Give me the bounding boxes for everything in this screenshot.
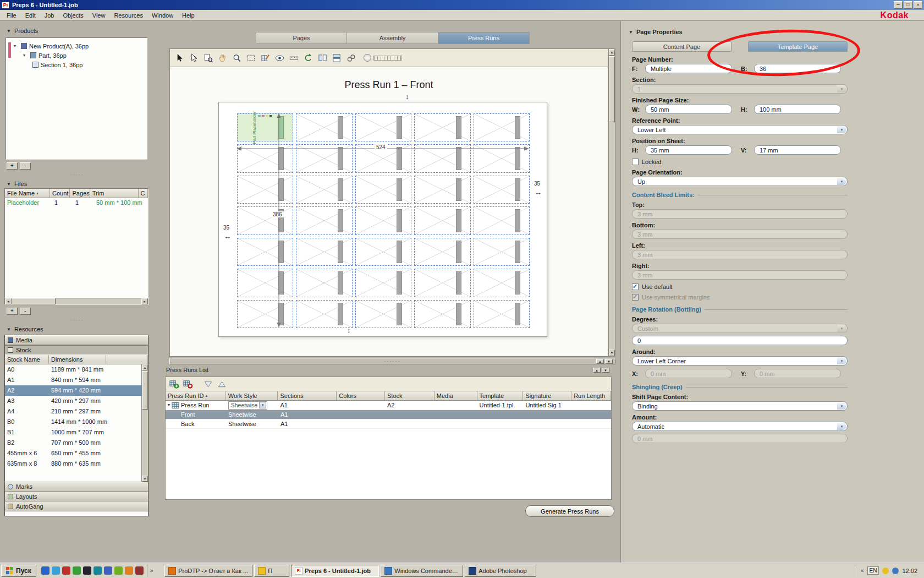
files-column-header[interactable]: File Name▴ bbox=[5, 189, 50, 198]
page-cell[interactable] bbox=[474, 176, 530, 204]
page-cell[interactable] bbox=[296, 176, 352, 204]
taskbar-task[interactable]: Adobe Photoshop bbox=[465, 565, 536, 577]
press-run-sheet-row[interactable]: BackSheetwiseA1 bbox=[166, 419, 611, 429]
page-cell[interactable] bbox=[414, 300, 470, 328]
stock-row[interactable]: A1840 mm * 594 mm bbox=[5, 375, 148, 385]
scrollbar-thumb[interactable] bbox=[609, 56, 615, 122]
page-cell[interactable] bbox=[414, 206, 470, 235]
files-horizontal-scrollbar[interactable]: ◄ ► bbox=[5, 298, 148, 304]
reference-point-select[interactable]: Lower Left ▼ bbox=[632, 125, 848, 134]
height-input[interactable]: 100 mm bbox=[754, 105, 841, 114]
tab-pages[interactable]: Pages bbox=[256, 32, 347, 44]
menu-objects[interactable]: Objects bbox=[58, 10, 87, 20]
stock-name-column-header[interactable]: Stock Name bbox=[5, 355, 49, 364]
minimize-button[interactable]: ─ bbox=[894, 1, 903, 9]
tree-item[interactable]: ▾Part, 36pp bbox=[12, 51, 147, 60]
horizontal-splitter[interactable]: ······ ▲ ▼ bbox=[169, 358, 615, 364]
resources-tab-layouts[interactable]: Layouts bbox=[5, 492, 148, 501]
menu-window[interactable]: Window bbox=[147, 10, 178, 20]
quicklaunch-icon-4[interactable] bbox=[73, 566, 81, 575]
press-runs-column-header[interactable]: Stock bbox=[385, 391, 435, 400]
taskbar-task[interactable]: Windows Commander 5... bbox=[381, 565, 463, 577]
resources-tab-stock[interactable]: Stock bbox=[5, 345, 148, 355]
resources-tab-media[interactable]: Media bbox=[5, 335, 148, 345]
splitter-handle[interactable]: ······ bbox=[384, 359, 401, 363]
menu-job[interactable]: Job bbox=[40, 10, 59, 20]
sort-descending-button[interactable] bbox=[202, 378, 214, 390]
stock-row[interactable]: B2707 mm * 500 mm bbox=[5, 438, 148, 448]
page-cell[interactable] bbox=[355, 269, 411, 297]
page-cell[interactable] bbox=[296, 206, 352, 235]
stock-row[interactable]: A4210 mm * 297 mm bbox=[5, 406, 148, 417]
language-indicator[interactable]: EN bbox=[867, 566, 879, 575]
page-cell[interactable] bbox=[474, 238, 530, 266]
degrees-amount-input[interactable]: 0 bbox=[632, 336, 848, 345]
tile-runs-tool[interactable] bbox=[331, 52, 343, 64]
stock-row[interactable]: B01414 mm * 1000 mm bbox=[5, 417, 148, 427]
position-v-input[interactable]: 17 mm bbox=[754, 145, 841, 155]
scrollbar-thumb[interactable] bbox=[12, 298, 56, 304]
stock-row[interactable]: A01189 mm * 841 mm bbox=[5, 364, 148, 375]
page-zoom-tool[interactable] bbox=[202, 52, 214, 64]
scroll-up-icon[interactable]: ▲ bbox=[142, 364, 148, 370]
refresh-tool[interactable] bbox=[302, 52, 314, 64]
resources-tab-marks[interactable]: Marks bbox=[5, 482, 148, 492]
press-runs-column-header[interactable]: Signature bbox=[523, 391, 571, 400]
press-run-sheet-row[interactable]: FrontSheetwiseA1 bbox=[166, 410, 611, 419]
dial-icon[interactable] bbox=[364, 54, 371, 62]
stock-row[interactable]: B11000 mm * 707 mm bbox=[5, 427, 148, 438]
add-press-run-button[interactable] bbox=[168, 378, 180, 390]
menu-help[interactable]: Help bbox=[178, 10, 199, 20]
shingling-amount-select[interactable]: Automatic ▼ bbox=[632, 422, 848, 431]
clock[interactable]: 12:02 bbox=[902, 568, 917, 574]
quicklaunch-icon-10[interactable] bbox=[135, 566, 144, 575]
tray-overflow-icon[interactable]: « bbox=[861, 568, 864, 574]
width-input[interactable]: 50 mm bbox=[645, 105, 732, 114]
press-runs-column-header[interactable]: Work Style bbox=[226, 391, 278, 400]
quicklaunch-icon-5[interactable] bbox=[83, 566, 91, 575]
files-column-header[interactable]: Trim bbox=[90, 189, 139, 198]
locked-checkbox-row[interactable]: Locked bbox=[632, 159, 848, 165]
start-button[interactable]: Пуск bbox=[1, 565, 36, 577]
stock-row[interactable]: 455mm x 6650 mm * 455 mm bbox=[5, 448, 148, 459]
tray-status-icon[interactable] bbox=[882, 568, 889, 574]
hand-tool[interactable] bbox=[216, 52, 228, 64]
chevron-down-icon[interactable]: ▼ bbox=[837, 178, 846, 185]
press-sheet[interactable]: Part Placeholder bbox=[218, 102, 547, 337]
collapse-triangle-icon[interactable]: ▼ bbox=[7, 327, 11, 332]
top-gripper-arrow-icon[interactable]: ↕ bbox=[405, 92, 409, 101]
page-cell[interactable] bbox=[414, 238, 470, 266]
placeholder-page-cell[interactable]: Part Placeholder bbox=[237, 113, 293, 141]
use-default-checkbox[interactable] bbox=[632, 283, 639, 290]
press-runs-column-header[interactable]: Template bbox=[477, 391, 524, 400]
chevron-down-icon[interactable]: ▼ bbox=[259, 402, 266, 408]
page-cell[interactable] bbox=[355, 300, 411, 328]
page-cell[interactable] bbox=[355, 176, 411, 204]
products-section-header[interactable]: ▼ Products bbox=[7, 28, 38, 34]
collapse-triangle-icon[interactable]: ▼ bbox=[7, 29, 11, 34]
page-orientation-select[interactable]: Up ▼ bbox=[632, 177, 848, 186]
remove-product-button[interactable]: - bbox=[20, 162, 31, 170]
dimensions-column-header[interactable]: Dimensions bbox=[49, 355, 106, 364]
page-properties-header[interactable]: ▼ Page Properties bbox=[629, 29, 683, 35]
measure-widget[interactable] bbox=[364, 54, 402, 62]
canvas-vertical-scrollbar[interactable]: ▲ ▼ bbox=[608, 48, 615, 357]
chevron-down-icon[interactable]: ▼ bbox=[837, 126, 846, 133]
quicklaunch-icon-8[interactable] bbox=[114, 566, 123, 575]
work-style-select[interactable]: Sheetwise▼ bbox=[228, 401, 267, 410]
page-cell[interactable] bbox=[237, 206, 293, 235]
scroll-up-icon[interactable]: ▲ bbox=[609, 49, 615, 56]
scroll-right-icon[interactable]: ► bbox=[141, 298, 148, 304]
page-cell[interactable] bbox=[237, 238, 293, 266]
press-run-row[interactable]: ▾Press RunSheetwise▼A1A2Untitled-1.tplUn… bbox=[166, 401, 611, 410]
add-file-button[interactable]: + bbox=[7, 308, 18, 315]
tree-expander-icon[interactable]: ▾ bbox=[14, 43, 19, 48]
press-runs-column-header[interactable]: Run Length bbox=[571, 391, 611, 400]
stock-vertical-scrollbar[interactable]: ▲ ▼ bbox=[141, 364, 148, 482]
quicklaunch-icon-6[interactable] bbox=[94, 566, 102, 575]
measure-tool[interactable] bbox=[288, 52, 300, 64]
page-cell[interactable] bbox=[296, 113, 352, 141]
chevron-down-icon[interactable]: ▼ bbox=[837, 357, 846, 364]
preview-toggle[interactable] bbox=[273, 52, 285, 64]
scroll-down-icon[interactable]: ▼ bbox=[142, 476, 148, 482]
